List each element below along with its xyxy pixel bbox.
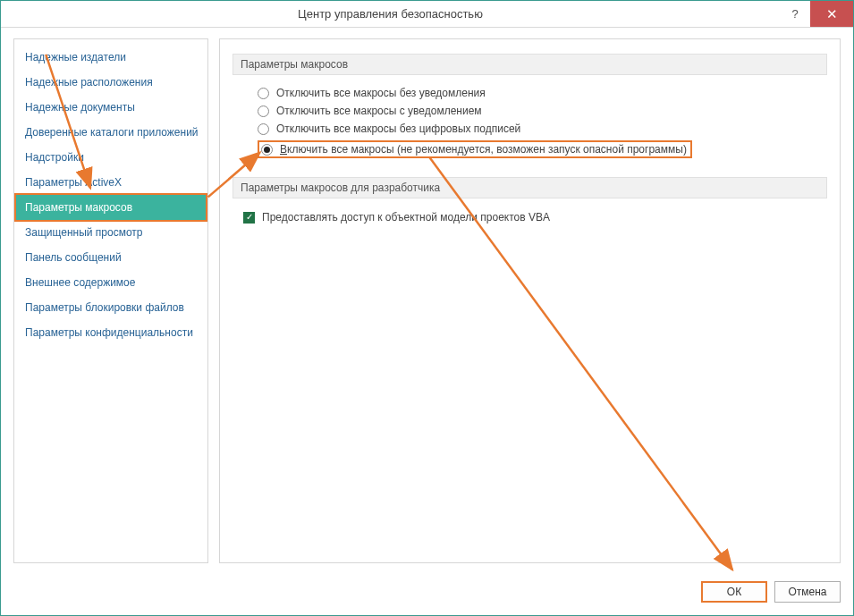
sidebar: Надежные издатели Надежные расположения … xyxy=(13,38,208,563)
sidebar-item-label: Параметры конфиденциальности xyxy=(25,326,193,339)
radio-enable-all[interactable]: Включить все макросы (не рекомендуется, … xyxy=(258,138,827,161)
radio-icon xyxy=(258,105,269,117)
close-icon: ✕ xyxy=(826,6,838,22)
sidebar-item-protected-view[interactable]: Защищенный просмотр xyxy=(14,220,207,245)
content-panel: Параметры макросов Отключить все макросы… xyxy=(219,38,841,563)
radio-label: Отключить все макросы с уведомлением xyxy=(276,105,482,117)
help-button[interactable]: ? xyxy=(780,1,810,27)
ok-button-label: ОК xyxy=(727,586,741,598)
sidebar-item-label: Параметры ActiveX xyxy=(25,176,122,189)
radio-highlight-box: Включить все макросы (не рекомендуется, … xyxy=(258,140,692,158)
checkbox-icon: ✓ xyxy=(243,212,255,224)
sidebar-item-addins[interactable]: Надстройки xyxy=(14,145,207,170)
sidebar-item-trusted-documents[interactable]: Надежные документы xyxy=(14,95,207,120)
sidebar-item-label: Надстройки xyxy=(25,151,84,164)
radio-disable-unsigned[interactable]: Отключить все макросы без цифровых подпи… xyxy=(258,120,827,138)
sidebar-item-trusted-app-catalogs[interactable]: Доверенные каталоги приложений xyxy=(14,120,207,145)
close-button[interactable]: ✕ xyxy=(810,1,853,27)
window-controls: ? ✕ xyxy=(780,1,853,27)
sidebar-item-trusted-publishers[interactable]: Надежные издатели xyxy=(14,45,207,70)
radio-disable-no-notification[interactable]: Отключить все макросы без уведомления xyxy=(258,84,827,102)
sidebar-item-label: Надежные издатели xyxy=(25,51,126,63)
sidebar-item-message-bar[interactable]: Панель сообщений xyxy=(14,245,207,270)
sidebar-item-label: Надежные расположения xyxy=(25,76,153,89)
sidebar-item-macro-settings[interactable]: Параметры макросов xyxy=(14,193,207,222)
cancel-button-label: Отмена xyxy=(788,586,826,598)
sidebar-item-trusted-locations[interactable]: Надежные расположения xyxy=(14,70,207,95)
sidebar-item-label: Панель сообщений xyxy=(25,251,122,264)
dialog-body: Надежные издатели Надежные расположения … xyxy=(1,28,853,615)
sidebar-item-label: Параметры макросов xyxy=(25,201,132,214)
sidebar-item-label: Доверенные каталоги приложений xyxy=(25,126,199,139)
sidebar-item-label: Защищенный просмотр xyxy=(25,226,143,239)
macro-radio-group: Отключить все макросы без уведомления От… xyxy=(258,84,827,161)
sidebar-item-label: Параметры блокировки файлов xyxy=(25,301,184,314)
sidebar-item-activex-settings[interactable]: Параметры ActiveX xyxy=(14,170,207,195)
cancel-button[interactable]: Отмена xyxy=(774,581,841,603)
radio-label: Включить все макросы (не рекомендуется, … xyxy=(280,143,687,156)
sidebar-item-external-content[interactable]: Внешнее содержимое xyxy=(14,270,207,295)
columns: Надежные издатели Надежные расположения … xyxy=(13,38,841,563)
radio-icon xyxy=(261,144,273,156)
section-header-macro-settings: Параметры макросов xyxy=(233,54,827,75)
checkbox-label: Предоставлять доступ к объектной модели … xyxy=(262,211,550,224)
sidebar-item-label: Надежные документы xyxy=(25,101,135,114)
window-title: Центр управления безопасностью xyxy=(1,7,780,21)
radio-disable-with-notification[interactable]: Отключить все макросы с уведомлением xyxy=(258,102,827,120)
section-header-developer-macro-settings: Параметры макросов для разработчика xyxy=(233,177,827,198)
dialog-window: Центр управления безопасностью ? ✕ Надеж… xyxy=(0,0,854,616)
sidebar-item-label: Внешнее содержимое xyxy=(25,276,135,289)
sidebar-item-file-block-settings[interactable]: Параметры блокировки файлов xyxy=(14,295,207,320)
ok-button[interactable]: ОК xyxy=(701,581,767,603)
radio-icon xyxy=(258,123,269,135)
sidebar-item-privacy-options[interactable]: Параметры конфиденциальности xyxy=(14,320,207,345)
checkbox-trust-vba-model[interactable]: ✓ Предоставлять доступ к объектной модел… xyxy=(243,207,827,227)
radio-label: Отключить все макросы без цифровых подпи… xyxy=(276,122,520,135)
radio-label: Отключить все макросы без уведомления xyxy=(276,87,486,99)
titlebar: Центр управления безопасностью ? ✕ xyxy=(1,1,853,28)
radio-icon xyxy=(258,88,269,99)
dialog-footer: ОК Отмена xyxy=(701,581,841,603)
